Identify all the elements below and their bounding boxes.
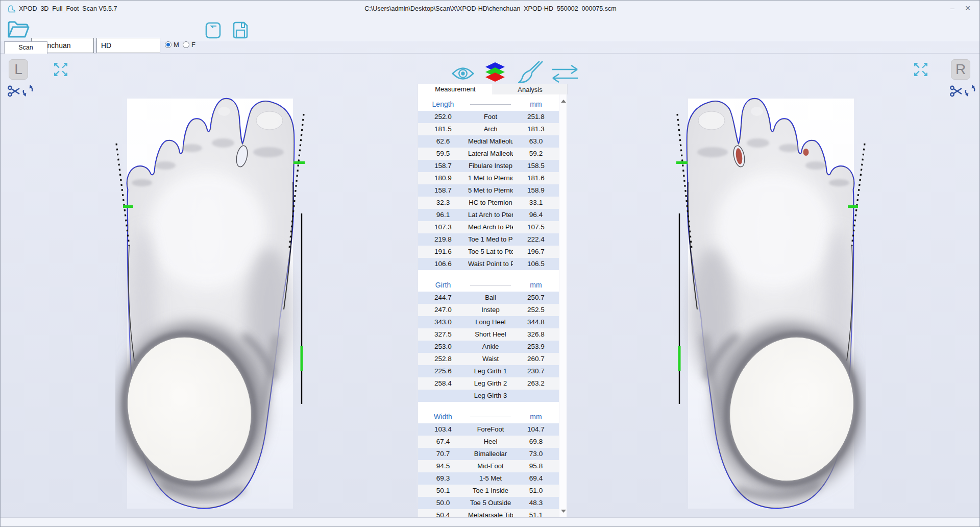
expand-icon[interactable] (53, 62, 68, 77)
measure-row[interactable]: 96.1Lat Arch to Pternion96.4 (418, 209, 559, 221)
file-path: C:\Users\admin\Desktop\Scan\X\XPOD-HD\ch… (1, 5, 980, 12)
measurement-panel: Measurement Analysis Lengthmm252.0Foot25… (418, 84, 567, 517)
tab-scan[interactable]: Scan (4, 41, 47, 54)
measure-name: Toe 5 Outside (468, 497, 513, 509)
tab-measurement[interactable]: Measurement (418, 84, 493, 94)
measure-row[interactable]: 50.4Metatarsale Tibiale51.1 (418, 509, 559, 517)
measure-row[interactable]: 327.5Short Heel326.8 (418, 328, 559, 341)
section-gap (418, 270, 559, 278)
measure-name: Lateral Malleolus (468, 148, 513, 160)
measure-value: 106.5 (513, 258, 559, 270)
measure-row[interactable]: 253.0Ankle253.9 (418, 341, 559, 353)
measure-body: Lengthmm252.0Foot251.8181.5Arch181.362.6… (418, 94, 559, 517)
measure-name: 1-5 Met (468, 472, 513, 485)
measure-row[interactable]: 107.3Med Arch to Pternion107.5 (418, 221, 559, 233)
measure-value: 104.7 (513, 423, 559, 436)
measure-value: 96.1 (418, 209, 468, 221)
measure-value: 344.8 (513, 316, 559, 328)
measure-row[interactable]: Leg Girth 3 (418, 390, 559, 402)
measure-value: 252.8 (418, 353, 468, 365)
measure-row[interactable]: 62.6Medial Malleolus63.0 (418, 135, 559, 148)
measure-row[interactable]: 32.3HC to Pternion33.1 (418, 197, 559, 209)
radio-circle (165, 41, 172, 48)
scissors-icon[interactable] (8, 85, 20, 97)
measure-value: 95.8 (513, 460, 559, 472)
eye-icon[interactable] (452, 65, 474, 82)
section-title: Length (418, 100, 468, 108)
right-foot-scan-viewport[interactable] (662, 95, 866, 517)
measure-row[interactable]: 94.5Mid-Foot95.8 (418, 460, 559, 472)
minimize-icon[interactable]: – (947, 3, 958, 14)
measure-value: 260.7 (513, 353, 559, 365)
section-header-girth: Girthmm (418, 278, 559, 292)
measure-value: 96.4 (513, 209, 559, 221)
measure-name: 1 Met to Pternion (468, 172, 513, 184)
expand-icon[interactable] (913, 62, 928, 77)
measure-row[interactable]: 258.4Leg Girth 2263.2 (418, 377, 559, 390)
app-window: { "window": { "title": "XPOD_3D_Full_Foo… (0, 0, 980, 527)
gender-radio-female[interactable]: F (183, 41, 195, 49)
measure-value: 50.1 (418, 485, 468, 497)
measure-value: 59.5 (418, 148, 468, 160)
measure-name: HC to Pternion (468, 197, 513, 209)
left-foot-scan-viewport[interactable] (115, 95, 320, 517)
section-gap (418, 402, 559, 410)
rotate-icon[interactable] (964, 84, 976, 97)
measure-value: 67.4 (418, 436, 468, 448)
measure-row[interactable]: 181.5Arch181.3 (418, 123, 559, 135)
measure-row[interactable]: 180.91 Met to Pternion181.6 (418, 172, 559, 184)
scissors-icon[interactable] (950, 85, 963, 97)
gender-radio-male[interactable]: M (165, 41, 179, 49)
measure-row[interactable]: 219.8Toe 1 Med to Pternior222.4 (418, 233, 559, 246)
measure-value (418, 390, 468, 402)
measure-row[interactable]: 252.0Foot251.8 (418, 111, 559, 123)
measure-name: Long Heel (468, 316, 513, 328)
measure-row[interactable]: 225.6Leg Girth 1230.7 (418, 365, 559, 377)
measure-row[interactable]: 50.0Toe 5 Outside48.3 (418, 497, 559, 509)
measure-row[interactable]: 67.4Heel69.8 (418, 436, 559, 448)
measure-row[interactable]: 59.5Lateral Malleolus59.2 (418, 148, 559, 160)
measure-row[interactable]: 244.7Ball250.7 (418, 292, 559, 304)
measure-row[interactable]: 252.8Waist260.7 (418, 353, 559, 365)
tab-analysis[interactable]: Analysis (493, 84, 568, 94)
measure-value: 326.8 (513, 328, 559, 341)
measure-row[interactable]: 103.4ForeFoot104.7 (418, 423, 559, 436)
section-divider (470, 285, 511, 285)
measure-row[interactable]: 69.31-5 Met69.4 (418, 472, 559, 485)
layers-icon[interactable] (484, 62, 506, 83)
scroll-up-icon[interactable] (561, 100, 566, 103)
measure-row[interactable]: 191.6Toe 5 Lat to Pternion196.7 (418, 246, 559, 258)
model-input[interactable] (96, 38, 160, 53)
measure-name: Toe 5 Lat to Pternion (468, 246, 513, 258)
section-header-width: Widthmm (418, 410, 559, 423)
measure-value: 230.7 (513, 365, 559, 377)
measure-value: 158.9 (513, 184, 559, 197)
toolbar: M F (1, 16, 980, 41)
section-title: Width (418, 413, 468, 421)
save-icon[interactable] (232, 20, 249, 40)
measure-value: 73.0 (513, 448, 559, 460)
measure-value: 107.5 (513, 221, 559, 233)
close-icon[interactable]: ✕ (962, 3, 973, 14)
measure-row[interactable]: 70.7Bimalleolar73.0 (418, 448, 559, 460)
measure-value: 106.6 (418, 258, 468, 270)
measure-row[interactable]: 247.0Instep252.5 (418, 304, 559, 316)
rotate-icon[interactable] (22, 84, 34, 97)
panel-scrollbar[interactable] (559, 94, 567, 517)
measure-row[interactable]: 158.7Fibulare Instep158.5 (418, 160, 559, 172)
measure-value: 51.0 (513, 485, 559, 497)
brush-icon[interactable] (518, 60, 545, 84)
measure-row[interactable]: 158.75 Met to Pternion158.9 (418, 184, 559, 197)
measure-name: Medial Malleolus (468, 135, 513, 148)
scroll-down-icon[interactable] (561, 510, 566, 513)
scan-icon[interactable] (205, 20, 222, 40)
open-folder-icon[interactable] (7, 19, 31, 40)
right-foot-button[interactable]: R (951, 59, 970, 80)
swap-icon[interactable] (551, 64, 579, 83)
measure-value: 32.3 (418, 197, 468, 209)
measure-name: Bimalleolar (468, 448, 513, 460)
measure-row[interactable]: 106.6Waist Point to Pternio106.5 (418, 258, 559, 270)
measure-row[interactable]: 343.0Long Heel344.8 (418, 316, 559, 328)
left-foot-button[interactable]: L (9, 59, 28, 80)
measure-row[interactable]: 50.1Toe 1 Inside51.0 (418, 485, 559, 497)
